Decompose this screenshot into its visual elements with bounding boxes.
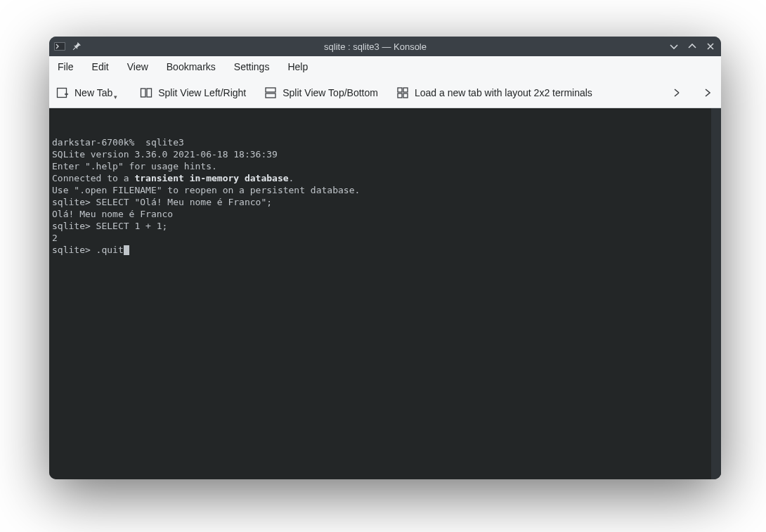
titlebar[interactable]: sqlite : sqlite3 — Konsole bbox=[49, 37, 721, 56]
split-left-right-button[interactable]: Split View Left/Right bbox=[138, 84, 247, 102]
svg-rect-9 bbox=[398, 93, 402, 98]
terminal-cursor bbox=[124, 245, 129, 255]
new-tab-button[interactable]: New Tab ▾ bbox=[55, 84, 123, 102]
menu-edit[interactable]: Edit bbox=[89, 60, 112, 74]
svg-rect-6 bbox=[266, 93, 275, 98]
toolbar-nav-left[interactable] bbox=[669, 85, 684, 100]
load-layout-label: Load a new tab with layout 2x2 terminals bbox=[415, 87, 592, 98]
menubar: File Edit View Bookmarks Settings Help bbox=[49, 56, 721, 77]
terminal-line: sqlite> SELECT 1 + 1; bbox=[52, 220, 718, 232]
terminal[interactable]: darkstar-6700k% sqlite3SQLite version 3.… bbox=[49, 108, 721, 479]
svg-rect-10 bbox=[403, 93, 408, 98]
terminal-line: sqlite> .quit bbox=[52, 244, 718, 256]
window-title: sqlite : sqlite3 — Konsole bbox=[324, 41, 427, 52]
terminal-line: Olá! Meu nome é Franco bbox=[52, 208, 718, 220]
menu-settings[interactable]: Settings bbox=[231, 60, 273, 74]
terminal-scrollbar[interactable] bbox=[711, 108, 721, 479]
svg-rect-2 bbox=[58, 88, 67, 97]
split-lr-label: Split View Left/Right bbox=[158, 87, 246, 98]
terminal-line: Use ".open FILENAME" to reopen on a pers… bbox=[52, 184, 718, 196]
svg-rect-1 bbox=[55, 43, 65, 50]
terminal-line: darkstar-6700k% sqlite3 bbox=[52, 136, 718, 148]
split-top-bottom-button[interactable]: Split View Top/Bottom bbox=[263, 84, 379, 102]
svg-rect-8 bbox=[403, 88, 408, 92]
terminal-line: SQLite version 3.36.0 2021-06-18 18:36:3… bbox=[52, 148, 718, 160]
menu-file[interactable]: File bbox=[55, 60, 77, 74]
konsole-window: sqlite : sqlite3 — Konsole File Edit Vie… bbox=[49, 37, 721, 479]
terminal-line: 2 bbox=[52, 232, 718, 244]
terminal-line: Enter ".help" for usage hints. bbox=[52, 160, 718, 172]
svg-rect-5 bbox=[266, 88, 275, 92]
svg-rect-3 bbox=[141, 89, 146, 97]
minimize-button[interactable] bbox=[668, 40, 680, 53]
new-tab-icon bbox=[56, 86, 69, 99]
new-tab-label: New Tab bbox=[74, 87, 112, 98]
menu-help[interactable]: Help bbox=[285, 60, 311, 74]
menu-bookmarks[interactable]: Bookmarks bbox=[164, 60, 219, 74]
chevron-down-icon[interactable]: ▾ bbox=[114, 93, 117, 100]
maximize-button[interactable] bbox=[686, 40, 699, 53]
app-icon[interactable] bbox=[53, 40, 66, 53]
close-button[interactable] bbox=[704, 40, 717, 53]
split-tb-label: Split View Top/Bottom bbox=[283, 87, 378, 98]
split-lr-icon bbox=[140, 86, 152, 99]
terminal-line: Connected to a transient in-memory datab… bbox=[52, 172, 718, 184]
toolbar-nav-right[interactable] bbox=[700, 85, 715, 100]
grid-icon bbox=[396, 86, 409, 99]
svg-rect-7 bbox=[398, 88, 402, 92]
svg-rect-4 bbox=[147, 89, 152, 97]
load-layout-button[interactable]: Load a new tab with layout 2x2 terminals bbox=[395, 84, 594, 102]
pin-icon[interactable] bbox=[70, 40, 83, 53]
terminal-line: sqlite> SELECT "Olá! Meu nome é Franco"; bbox=[52, 196, 718, 208]
toolbar: New Tab ▾ Split View Left/Right Split Vi… bbox=[49, 77, 721, 108]
menu-view[interactable]: View bbox=[124, 60, 151, 74]
split-tb-icon bbox=[264, 86, 277, 99]
